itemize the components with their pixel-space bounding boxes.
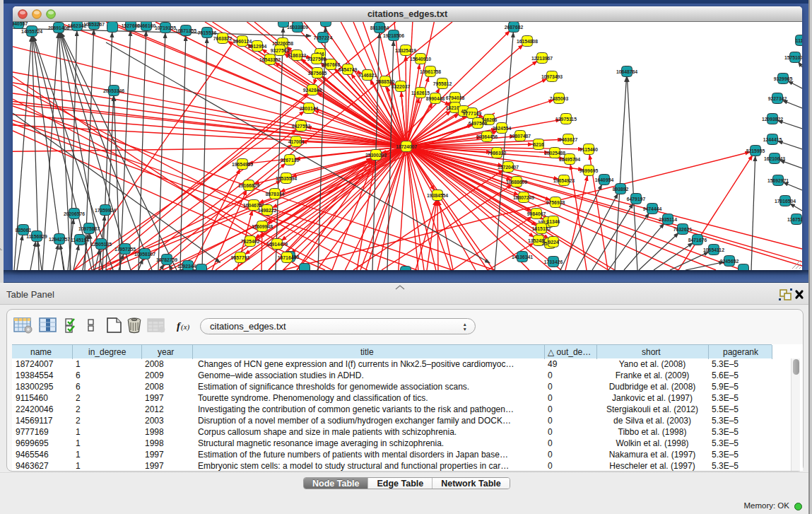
- svg-text:9146821: 9146821: [358, 73, 377, 78]
- svg-text:7663822: 7663822: [213, 36, 233, 41]
- svg-text:10654112: 10654112: [703, 247, 724, 252]
- svg-text:11346: 11346: [547, 219, 560, 224]
- svg-text:10025488: 10025488: [544, 151, 565, 156]
- svg-text:1571644: 1571644: [278, 255, 297, 260]
- svg-text:10958107: 10958107: [134, 252, 155, 257]
- svg-text:13325419: 13325419: [395, 48, 416, 53]
- svg-text:1145194: 1145194: [71, 238, 89, 243]
- svg-text:9463627: 9463627: [559, 137, 578, 142]
- svg-text:6216: 6216: [533, 142, 543, 147]
- svg-text:2687682: 2687682: [505, 25, 524, 30]
- svg-text:1640954: 1640954: [595, 177, 614, 182]
- svg-text:15692971: 15692971: [767, 178, 789, 183]
- svg-text:17359924: 17359924: [95, 208, 116, 213]
- svg-text:8471676: 8471676: [688, 238, 707, 243]
- svg-text:(x): (x): [181, 322, 190, 332]
- svg-text:2967608: 2967608: [322, 62, 341, 67]
- svg-text:893892: 893892: [613, 187, 629, 192]
- svg-text:12093822: 12093822: [762, 117, 783, 122]
- svg-text:7955812: 7955812: [433, 81, 452, 86]
- svg-text:9699695: 9699695: [579, 168, 599, 173]
- svg-text:12975115: 12975115: [555, 117, 577, 122]
- svg-text:9327503: 9327503: [271, 48, 290, 53]
- svg-text:1244415: 1244415: [763, 137, 782, 142]
- svg-text:9242848: 9242848: [303, 88, 322, 93]
- svg-text:417004: 417004: [288, 139, 305, 144]
- svg-text:1167533: 1167533: [787, 217, 802, 222]
- svg-text:7357224: 7357224: [314, 35, 333, 40]
- svg-text:8990448: 8990448: [426, 96, 445, 101]
- svg-text:2803144: 2803144: [300, 106, 319, 111]
- svg-text:18724007: 18724007: [396, 144, 417, 149]
- svg-text:10688609: 10688609: [506, 180, 527, 185]
- svg-text:19654923: 19654923: [553, 178, 575, 183]
- svg-text:1615152: 1615152: [532, 226, 551, 231]
- svg-text:9329965: 9329965: [774, 76, 793, 81]
- svg-text:10961758: 10961758: [420, 69, 441, 74]
- svg-text:3624554: 3624554: [493, 126, 512, 131]
- svg-text:16671355: 16671355: [175, 28, 196, 33]
- svg-text:9777169: 9777169: [463, 111, 482, 116]
- svg-text:11609948: 11609948: [252, 224, 273, 229]
- svg-text:9084067: 9084067: [527, 211, 546, 216]
- svg-text:9474444: 9474444: [643, 206, 662, 211]
- svg-text:3267130: 3267130: [281, 158, 300, 163]
- svg-text:9857791: 9857791: [231, 255, 250, 260]
- svg-text:6479197: 6479197: [627, 197, 646, 201]
- svg-text:1112: 1112: [796, 38, 802, 43]
- svg-text:6466160: 6466160: [137, 23, 156, 28]
- svg-text:8322037: 8322037: [392, 84, 411, 89]
- svg-text:14136141: 14136141: [512, 255, 533, 259]
- svg-text:6497568: 6497568: [469, 121, 488, 126]
- svg-text:12505135: 12505135: [90, 242, 112, 247]
- svg-text:20053346: 20053346: [103, 88, 124, 93]
- svg-text:8960124: 8960124: [233, 39, 252, 44]
- svg-text:16914479: 16914479: [266, 242, 288, 247]
- svg-text:12942757: 12942757: [49, 237, 70, 242]
- svg-text:19384554: 19384554: [427, 193, 448, 198]
- svg-text:20691406: 20691406: [48, 25, 69, 30]
- svg-text:8454749: 8454749: [339, 67, 358, 72]
- svg-text:10653267: 10653267: [83, 22, 105, 27]
- svg-text:9115460: 9115460: [579, 147, 598, 152]
- svg-text:16543362: 16543362: [259, 57, 281, 62]
- svg-text:16154808: 16154808: [517, 39, 538, 44]
- svg-text:15751074: 15751074: [784, 55, 802, 60]
- svg-text:19166829: 19166829: [238, 183, 259, 188]
- svg-text:20364456: 20364456: [476, 134, 498, 139]
- svg-text:2935114: 2935114: [659, 217, 677, 222]
- svg-text:10648784: 10648784: [616, 69, 637, 74]
- svg-text:25300293: 25300293: [365, 153, 387, 158]
- svg-text:8215955: 8215955: [746, 148, 765, 153]
- svg-text:8878334: 8878334: [266, 192, 285, 197]
- svg-text:9224: 9224: [548, 240, 558, 245]
- svg-text:8813054: 8813054: [370, 25, 389, 30]
- svg-text:16046788: 16046788: [243, 203, 264, 208]
- svg-text:10807487: 10807487: [510, 134, 531, 139]
- svg-text:19218506: 19218506: [383, 33, 404, 38]
- svg-text:16782759: 16782759: [156, 257, 177, 262]
- svg-text:7485003: 7485003: [550, 96, 569, 101]
- svg-text:1733426: 1733426: [544, 259, 563, 264]
- svg-text:15640910: 15640910: [410, 57, 431, 62]
- svg-text:17016504: 17016504: [775, 199, 796, 204]
- svg-text:18495794: 18495794: [559, 157, 580, 162]
- svg-text:16033809: 16033809: [287, 25, 308, 30]
- svg-text:8186323: 8186323: [288, 53, 307, 58]
- svg-text:10975887: 10975887: [78, 226, 100, 231]
- svg-text:6794028: 6794028: [446, 95, 465, 100]
- svg-text:2040557: 2040557: [13, 22, 28, 26]
- svg-text:13535594: 13535594: [276, 176, 297, 181]
- svg-text:7515526: 7515526: [198, 30, 217, 35]
- svg-text:19654985: 19654985: [232, 162, 253, 167]
- svg-text:14055724: 14055724: [21, 29, 42, 34]
- svg-text:835061: 835061: [16, 228, 32, 233]
- svg-text:10973493: 10973493: [541, 74, 563, 79]
- svg-text:18807249: 18807249: [513, 195, 534, 200]
- svg-text:17957255: 17957255: [114, 247, 136, 252]
- svg-text:7625402: 7625402: [241, 239, 260, 244]
- svg-text:7632621: 7632621: [673, 227, 693, 232]
- svg-text:20206576: 20206576: [64, 211, 85, 216]
- svg-text:3498222: 3498222: [258, 208, 277, 213]
- svg-text:9756928: 9756928: [546, 200, 565, 205]
